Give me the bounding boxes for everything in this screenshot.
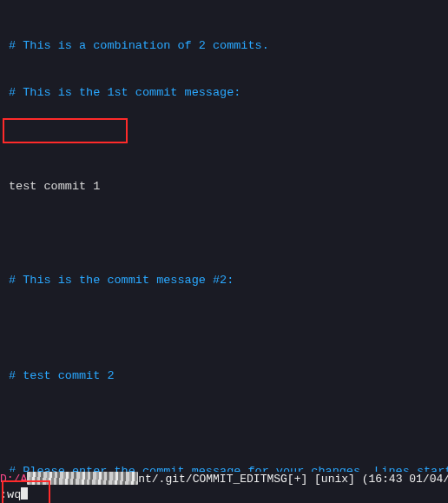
cursor-block (21, 487, 28, 500)
redacted-blob (27, 472, 138, 485)
commit-subject-2: # test commit 2 (5, 367, 118, 386)
vim-buffer[interactable]: # This is a combination of 2 commits. # … (0, 0, 448, 503)
status-path-start: D:/A (0, 473, 27, 486)
vim-status-line: D:/Ant/.git/COMMIT_EDITMSG[+] [unix] (16… (0, 472, 448, 487)
comment-line: # This is the 1st commit message: (9, 85, 448, 101)
blank-line (9, 417, 448, 433)
comment-line: # This is the commit message #2: (9, 273, 448, 288)
status-path-end: nt/.git/COMMIT_EDITMSG[+] [unix] (16:43 … (138, 473, 448, 486)
vim-command-line[interactable]: :wq (0, 487, 448, 503)
commit-subject-1: test commit 1 (9, 179, 448, 195)
blank-line (9, 132, 448, 148)
command-text: :wq (0, 488, 21, 501)
blank-line (9, 226, 448, 242)
blank-line (9, 320, 448, 335)
comment-line: # This is a combination of 2 commits. (9, 38, 448, 54)
